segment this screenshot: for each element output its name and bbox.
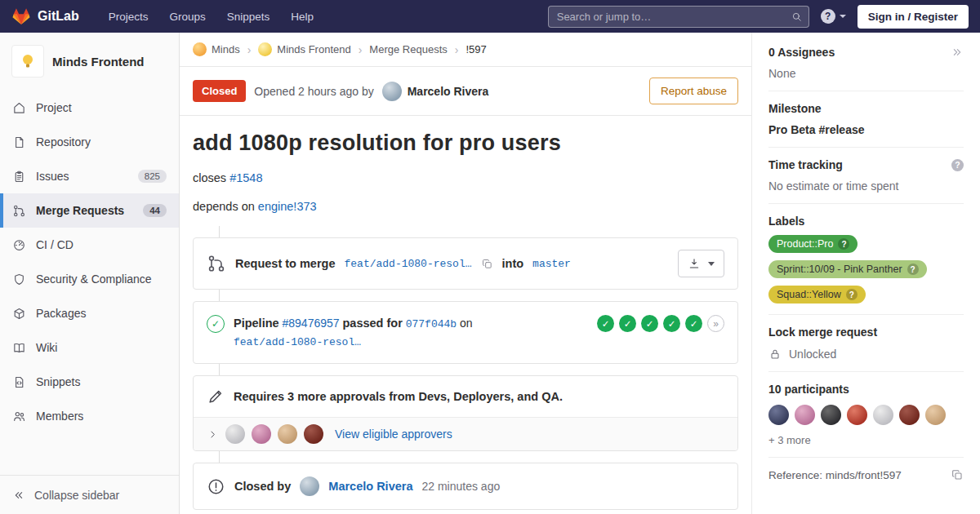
labels-title: Labels [768,215,804,228]
sidebar-item-members[interactable]: Members [0,399,179,433]
issues-icon [12,170,26,184]
chevron-down-icon [840,15,846,18]
project-avatar-small [258,42,272,56]
expand-stages-icon[interactable]: » [707,315,724,332]
approver-avatar[interactable] [304,424,323,444]
report-abuse-button[interactable]: Report abuse [649,78,738,104]
pipeline-widget: ✓ Pipeline #89476957 passed for 077f044b… [193,301,738,364]
expand-approvers-icon[interactable] [207,428,219,441]
time-tracking-value: No estimate or time spent [768,179,964,193]
collapse-right-sidebar-icon[interactable] [951,46,964,59]
stage-passed-icon[interactable]: ✓ [685,315,702,332]
merge-requests-count-badge: 44 [143,204,167,217]
top-navbar: GitLab Projects Groups Snippets Help ? S… [0,0,980,33]
pipeline-id-link[interactable]: #89476957 [283,317,340,330]
avatar[interactable] [925,405,946,425]
sidebar-item-wiki[interactable]: Wiki [0,330,179,365]
search-input[interactable] [548,6,809,28]
sidebar-item-label: Issues [36,170,69,183]
milestone-value[interactable]: Pro Beta #release [768,123,964,136]
breadcrumb-group[interactable]: Minds [193,42,240,56]
help-icon[interactable]: ? [951,159,964,171]
group-avatar [193,42,207,56]
nav-help[interactable]: Help [291,11,314,23]
merge-request-icon [12,204,26,218]
closer-name-link[interactable]: Marcelo Rivera [328,480,412,493]
approver-avatar[interactable] [225,424,245,444]
lock-title: Lock merge request [768,326,877,339]
scoped-label-help-icon: ? [838,238,849,250]
left-sidebar: Minds Frontend Project Repository Issues… [0,33,180,514]
stage-passed-icon[interactable]: ✓ [619,315,636,332]
widget-connector [219,290,220,301]
stage-passed-icon[interactable]: ✓ [641,315,658,332]
nav-projects[interactable]: Projects [109,11,149,23]
approver-avatar[interactable] [278,424,297,444]
pipeline-passed-icon: ✓ [207,315,225,333]
copy-reference-icon[interactable] [951,468,964,481]
sidebar-item-label: Security & Compliance [36,273,152,286]
brand-text: GitLab [38,9,79,24]
breadcrumb-mr-id[interactable]: !597 [466,43,486,55]
snippet-icon [12,375,26,389]
label-squad-yellow[interactable]: Squad::Yellow ? [768,286,866,304]
download-button[interactable] [678,250,724,277]
sidebar-item-cicd[interactable]: CI / CD [0,228,179,262]
gitlab-logo[interactable]: GitLab [11,7,79,26]
sidebar-item-issues[interactable]: Issues 825 [0,159,179,193]
avatar[interactable] [821,405,841,425]
closes-issue-link[interactable]: #1548 [229,171,262,184]
avatar[interactable] [873,405,893,425]
sidebar-item-label: CI / CD [36,238,74,251]
stage-passed-icon[interactable]: ✓ [597,315,614,332]
avatar[interactable] [899,405,920,425]
sidebar-item-merge-requests[interactable]: Merge Requests 44 [0,193,179,228]
help-menu[interactable]: ? [821,9,846,24]
project-avatar [11,45,44,78]
status-badge: Closed [193,80,246,102]
closer-avatar[interactable] [300,476,319,496]
avatar[interactable] [768,405,789,425]
avatar[interactable] [847,405,867,425]
view-eligible-approvers-link[interactable]: View eligible approvers [335,428,452,441]
sidebar-item-project[interactable]: Project [0,91,179,125]
stage-passed-icon[interactable]: ✓ [663,315,680,332]
author-link[interactable]: Marcelo Rivera [382,82,489,101]
milestone-title: Milestone [768,102,822,115]
nav-snippets[interactable]: Snippets [227,11,270,23]
sidebar-menu: Project Repository Issues 825 Merge Requ… [0,91,179,433]
sidebar-item-security[interactable]: Security & Compliance [0,262,179,296]
breadcrumb-label: Minds [212,43,240,55]
pipeline-branch-link[interactable]: feat/add-1080-resol… [234,336,361,348]
participants-more-button[interactable]: + 3 more [768,434,964,446]
commit-link[interactable]: 077f044b [406,318,457,330]
sidebar-item-packages[interactable]: Packages [0,296,179,330]
nav-groups[interactable]: Groups [169,11,205,23]
participants-avatars [768,405,964,425]
chevron-down-icon [708,262,715,266]
participants-section: 10 participants + 3 more [768,372,964,458]
labels-section: Labels Product::Pro ? Sprint::10/09 - Pi… [768,204,964,315]
widget-connector [219,226,220,237]
double-chevron-left-icon [12,489,25,502]
target-branch-link[interactable]: master [532,258,571,270]
approver-avatar[interactable] [252,424,271,444]
source-branch-link[interactable]: feat/add-1080-resol… [344,258,471,270]
closed-time: 22 minutes ago [421,480,500,493]
depends-mr-link[interactable]: engine!373 [258,200,317,213]
sidebar-item-snippets[interactable]: Snippets [0,365,179,399]
pipeline-mini-graph: ✓ ✓ ✓ ✓ ✓ » [597,315,724,332]
collapse-sidebar-button[interactable]: Collapse sidebar [0,475,179,514]
project-header[interactable]: Minds Frontend [0,33,179,87]
sign-in-button[interactable]: Sign in / Register [858,5,969,29]
sidebar-item-repository[interactable]: Repository [0,125,179,159]
shield-icon [12,273,26,286]
main-content: Minds › Minds Frontend › Merge Requests … [180,33,751,514]
label-product-pro[interactable]: Product::Pro ? [768,235,858,253]
lightbulb-icon [18,51,38,71]
label-sprint[interactable]: Sprint::10/09 - Pink Panther ? [768,260,927,278]
breadcrumb-merge-requests[interactable]: Merge Requests [369,43,447,55]
breadcrumb-project[interactable]: Minds Frontend [258,42,350,56]
avatar[interactable] [795,405,815,425]
copy-branch-icon[interactable] [481,258,493,270]
